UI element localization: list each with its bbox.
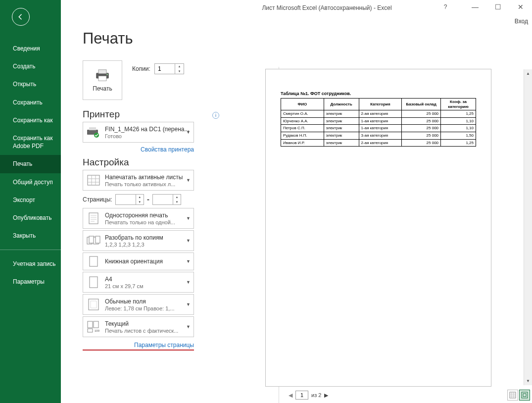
pages-to-input[interactable]: [153, 195, 173, 204]
collate-icon: [86, 233, 101, 248]
printer-status: Готово: [105, 133, 191, 139]
orientation-dropdown[interactable]: Книжная ориентация ▼: [83, 252, 194, 270]
table-row: Рудаков Н.П.электрик3-ая категория25 000…: [281, 132, 476, 139]
chevron-down-icon: ▼: [186, 216, 191, 221]
printer-info-icon[interactable]: i: [212, 112, 219, 119]
chevron-down-icon: ▼: [186, 302, 191, 307]
copies-label: Копии:: [132, 65, 150, 72]
svg-point-3: [106, 74, 107, 75]
svg-rect-18: [94, 321, 98, 328]
svg-rect-12: [96, 236, 100, 243]
table-cell: 2-ая категория: [359, 139, 402, 147]
table-cell: 1,10: [441, 125, 476, 132]
sidebar-item[interactable]: Параметры: [0, 273, 61, 291]
printer-properties-link[interactable]: Свойства принтера: [83, 146, 194, 153]
table-row: Юрченко А.А.электрик1-ая категория25 000…: [281, 117, 476, 125]
paper-icon: [86, 275, 101, 290]
svg-rect-21: [510, 392, 516, 398]
svg-rect-17: [88, 321, 93, 328]
show-margins-button[interactable]: [507, 390, 518, 401]
table-row: Смертин О.А.электрик2-ая категория25 000…: [281, 110, 476, 118]
table-cell: Юрченко А.А.: [281, 117, 324, 125]
scaling-dropdown[interactable]: 100 ТекущийПечать листов с фактическ... …: [83, 316, 194, 337]
svg-rect-2: [98, 76, 106, 81]
table-cell: Петров С.П.: [281, 125, 324, 132]
vertical-scrollbar[interactable]: ▲ ▼: [524, 69, 532, 385]
scroll-down-button[interactable]: ▼: [524, 377, 532, 385]
table-header-cell: ФИО: [281, 99, 324, 110]
table-cell: электрик: [324, 132, 359, 139]
page-setup-link[interactable]: Параметры страницы: [83, 342, 194, 351]
sidebar-item[interactable]: Открыть: [0, 75, 61, 93]
current-page-input[interactable]: [295, 391, 308, 400]
sidebar-item[interactable]: Экспорт: [0, 191, 61, 209]
pages-from-spinner[interactable]: ▲▼: [115, 194, 144, 205]
copies-input[interactable]: [155, 64, 175, 74]
table-cell: 25 000: [402, 139, 441, 147]
zoom-to-page-button[interactable]: [519, 390, 530, 401]
sidebar-item[interactable]: Опубликовать: [0, 209, 61, 227]
table-header-cell: Коэф. за категорию: [441, 99, 476, 110]
pages-from-input[interactable]: [116, 195, 136, 204]
print-settings-panel: Печать Печать Копии: ▲▼: [61, 0, 219, 403]
scroll-up-button[interactable]: ▲: [524, 69, 532, 78]
table-cell: 1,25: [441, 110, 476, 118]
sidebar-item[interactable]: Сохранить: [0, 94, 61, 111]
backstage-sidebar: СведенияСоздатьОткрытьСохранитьСохранить…: [0, 0, 61, 403]
table-cell: Иванов И.Р.: [281, 139, 324, 147]
chevron-down-icon: ▼: [186, 130, 191, 135]
table-cell: 3-ая категория: [359, 132, 402, 139]
table-cell: электрик: [324, 139, 359, 147]
copies-down[interactable]: ▼: [175, 69, 184, 74]
svg-rect-1: [98, 70, 106, 74]
table-cell: электрик: [324, 125, 359, 132]
collate-dropdown[interactable]: Разобрать по копиям1,2,3 1,2,3 1,2,3 ▼: [83, 230, 194, 251]
sidebar-item[interactable]: Общий доступ: [0, 173, 61, 191]
paper-size-dropdown[interactable]: A421 см x 29,7 см ▼: [83, 272, 194, 293]
printer-status-icon: [86, 125, 101, 140]
chevron-down-icon: ▼: [186, 280, 191, 285]
table-cell: 1,10: [441, 117, 476, 125]
table-title: Таблица №1. ФОТ сотрудников.: [281, 91, 476, 96]
svg-rect-5: [89, 127, 96, 130]
table-cell: 1,25: [441, 139, 476, 147]
table-cell: электрик: [324, 117, 359, 125]
printer-section-title: Принтер i: [83, 109, 219, 120]
sidebar-item[interactable]: Сведения: [0, 40, 61, 57]
table-header-cell: Категория: [359, 99, 402, 110]
next-page-button[interactable]: ▶: [324, 392, 328, 399]
table-cell: 25 000: [402, 132, 441, 139]
pages-sep: -: [147, 195, 149, 204]
chevron-down-icon: ▼: [186, 259, 191, 264]
table-header-cell: Должность: [324, 99, 359, 110]
scaling-icon: 100: [86, 319, 101, 334]
margins-icon: [86, 297, 101, 312]
sidebar-item[interactable]: Закрыть: [0, 227, 61, 245]
printer-dropdown[interactable]: FIN_1_M426 на DC1 (перена... Готово ▼: [83, 122, 194, 143]
table-header-cell: Базовый оклад: [402, 99, 441, 110]
svg-rect-22: [522, 392, 528, 398]
copies-up[interactable]: ▲: [175, 64, 184, 69]
sides-dropdown[interactable]: Односторонняя печатьПечатать только на о…: [83, 208, 194, 229]
sidebar-item[interactable]: Сохранить как: [0, 111, 61, 129]
copies-spinner[interactable]: ▲▼: [154, 63, 184, 74]
back-button[interactable]: [12, 8, 30, 26]
prev-page-button[interactable]: ◀: [289, 392, 292, 399]
svg-rect-19: [88, 329, 93, 332]
page-total-label: из 2: [311, 392, 321, 398]
page-heading: Печать: [83, 30, 219, 48]
table-cell: Рудаков Н.П.: [281, 132, 324, 139]
sidebar-item[interactable]: Печать: [0, 155, 61, 173]
sidebar-item[interactable]: Учетная запись: [0, 255, 61, 273]
margins-dropdown[interactable]: Обычные поляЛевое: 1,78 см Правое: 1,...…: [83, 294, 194, 315]
print-scope-dropdown[interactable]: Напечатать активные листыПечать только а…: [83, 170, 194, 191]
chevron-down-icon: ▼: [186, 178, 191, 183]
table-cell: 25 000: [402, 117, 441, 125]
print-button[interactable]: Печать: [83, 60, 122, 100]
pages-label: Страницы:: [83, 196, 112, 203]
sidebar-item[interactable]: Создать: [0, 57, 61, 75]
table-cell: электрик: [324, 110, 359, 118]
chevron-down-icon: ▼: [186, 324, 191, 329]
pages-to-spinner[interactable]: ▲▼: [152, 194, 181, 205]
sidebar-item[interactable]: Сохранить как Adobe PDF: [0, 129, 61, 155]
